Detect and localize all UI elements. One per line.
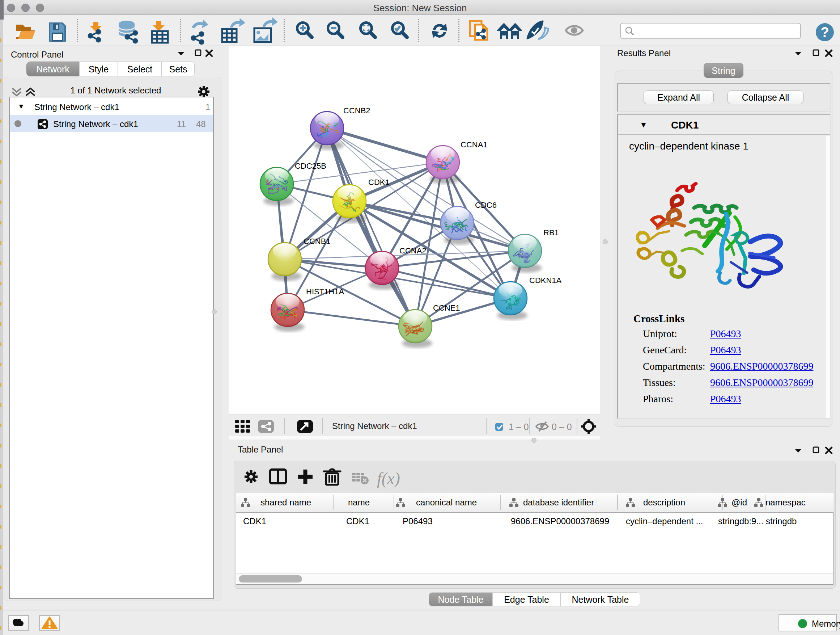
svg-text:CDK1: CDK1 [368,178,390,187]
svg-text:1 – 0: 1 – 0 [508,422,529,432]
svg-text:0 – 0: 0 – 0 [552,422,572,432]
svg-text:HIST1H1A: HIST1H1A [306,287,344,296]
svg-text:CCNA1: CCNA1 [461,140,488,149]
svg-text:RB1: RB1 [543,228,559,237]
svg-text:CDC25B: CDC25B [295,162,326,171]
svg-text:CDC6: CDC6 [475,201,497,210]
svg-text:CCNB1: CCNB1 [303,237,331,246]
svg-text:CDKN1A: CDKN1A [529,276,562,285]
svg-text:f(x): f(x) [377,469,400,488]
svg-text:?: ? [821,25,829,40]
svg-text:CCNE1: CCNE1 [433,303,460,312]
svg-text:CCNB2: CCNB2 [343,106,370,115]
svg-text:CCNA2: CCNA2 [399,246,426,255]
